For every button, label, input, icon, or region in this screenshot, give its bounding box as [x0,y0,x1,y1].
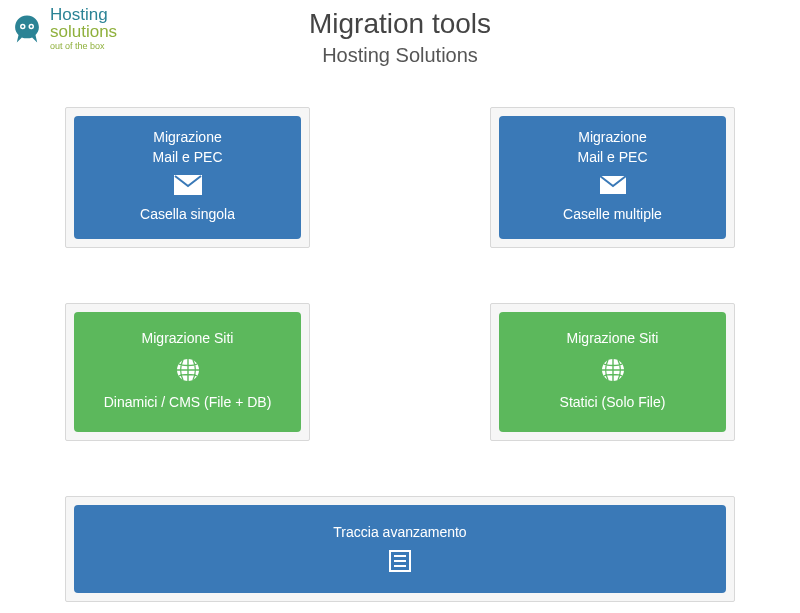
svg-point-2 [22,25,24,27]
card-label: Migrazione Siti [142,329,234,349]
card-label: Dinamici / CMS (File + DB) [104,393,272,413]
panel-site-static: Migrazione Siti Statici (Solo File) [490,303,735,441]
page-subtitle: Hosting Solutions [0,44,800,67]
logo-tagline: out of the box [50,42,117,51]
card-label: Migrazione [578,128,646,148]
logo-text: Hosting solutions out of the box [50,6,117,51]
panel-mail-single: Migrazione Mail e PEC Casella singola [65,107,310,248]
card-label: Casella singola [140,205,235,225]
site-dynamic-button[interactable]: Migrazione Siti Dinamici / CMS (File + D… [74,312,301,432]
site-static-button[interactable]: Migrazione Siti Statici (Solo File) [499,312,726,432]
logo-line2: solutions [50,23,117,40]
page-header: Migration tools Hosting Solutions [0,0,800,67]
mail-single-button[interactable]: Migrazione Mail e PEC Casella singola [74,116,301,239]
card-label: Traccia avanzamento [333,523,466,543]
card-label: Mail e PEC [577,148,647,168]
card-label: Caselle multiple [563,205,662,225]
track-progress-button[interactable]: Traccia avanzamento [74,505,726,593]
logo-line1: Hosting [50,6,117,23]
list-icon [388,549,412,573]
card-grid: Migrazione Mail e PEC Casella singola Mi… [65,107,735,602]
card-label: Migrazione [153,128,221,148]
panel-site-dynamic: Migrazione Siti Dinamici / CMS (File + D… [65,303,310,441]
card-label: Statici (Solo File) [560,393,666,413]
envelope-icon [174,175,202,195]
brand-logo: Hosting solutions out of the box [10,6,117,51]
card-label: Migrazione Siti [567,329,659,349]
mail-multiple-button[interactable]: Migrazione Mail e PEC Caselle multiple [499,116,726,239]
envelope-icon [599,175,627,195]
panel-mail-multiple: Migrazione Mail e PEC Caselle multiple [490,107,735,248]
svg-point-3 [30,25,32,27]
page-title: Migration tools [0,8,800,40]
panel-track: Traccia avanzamento [65,496,735,602]
card-label: Mail e PEC [152,148,222,168]
logo-mark-icon [10,12,44,46]
globe-icon [600,357,626,383]
globe-icon [175,357,201,383]
